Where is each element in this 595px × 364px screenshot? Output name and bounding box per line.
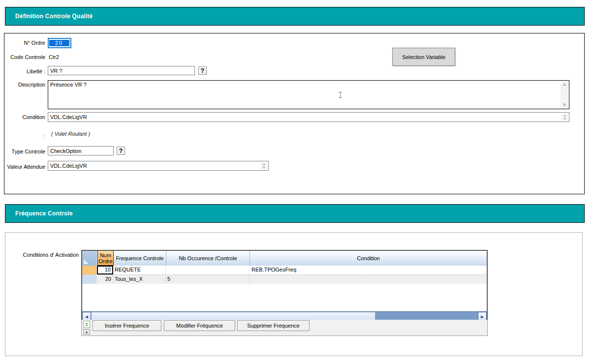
column-header-condition[interactable]: Condition [250, 251, 487, 266]
selection-variable-button[interactable]: Selection Variable [392, 48, 455, 66]
condition-label: Condition [0, 114, 45, 120]
valeur-attendue-value: VDL.CdeLigVR [50, 163, 87, 169]
dot-label: . [0, 131, 45, 137]
application-window: Définition Controle Qualité N° Ordre 20 … [0, 0, 595, 364]
cell-frequence[interactable]: REQUETE [113, 266, 166, 274]
scroll-down-icon[interactable]: ▼ [563, 103, 567, 107]
table-row[interactable]: 20 Tous_les_X 5 [82, 274, 487, 284]
libelle-label: Libellé : [0, 68, 45, 74]
scroll-up-icon[interactable]: ▲ [563, 82, 567, 87]
spinner-down-icon[interactable]: ▼ [262, 166, 266, 169]
supprimer-frequence-button[interactable]: Supprimer Frequence [237, 320, 310, 331]
table-corner-cell[interactable] [82, 251, 97, 266]
cell-frequence[interactable]: Tous_les_X [113, 275, 166, 284]
valeur-attendue-label: Valeur Attendue [0, 164, 45, 170]
cell-nb-occurence[interactable] [166, 266, 250, 274]
cell-num-ordre[interactable]: 20 [97, 275, 113, 284]
type-controle-value: CheckOption [50, 148, 82, 154]
table-zoom-icon[interactable]: z [83, 321, 90, 328]
condition-input[interactable]: VDL.CdeLigVR ▲ ▼ [48, 112, 569, 122]
modifier-frequence-button[interactable]: Modifier Fréquence [164, 320, 235, 331]
table-empty-area [82, 284, 487, 311]
section-title: Fréquence Controle [15, 210, 73, 217]
libelle-input[interactable]: VR ? [48, 66, 195, 75]
num-ordre-label: N° Ordre [0, 40, 45, 46]
text-caret [69, 40, 70, 46]
inserer-frequence-button[interactable]: Insérer Frequence [93, 320, 161, 331]
row-selector[interactable] [82, 266, 97, 274]
column-header-num-ordre[interactable]: Num Ordre [97, 251, 114, 266]
description-scrollbar[interactable]: ▲ ▼ [561, 81, 568, 108]
text-cursor-icon [338, 91, 343, 98]
description-value: Présence VR ? [50, 82, 87, 88]
collapse-up-icon[interactable]: ▲ [83, 329, 90, 334]
section-header-frequence: Fréquence Controle [5, 204, 585, 223]
section-header-definition: Définition Controle Qualité [5, 7, 585, 26]
spinner-up-icon[interactable]: ▲ [563, 114, 566, 117]
cell-condition[interactable] [250, 275, 487, 284]
description-textarea[interactable]: Présence VR ? ▲ ▼ [48, 80, 569, 109]
valeur-attendue-input[interactable]: VDL.CdeLigVR ▲ ▼ [48, 161, 269, 171]
num-ordre-input[interactable]: 20 [48, 38, 71, 48]
corner-triangle-icon [84, 259, 89, 264]
type-controle-label: Type Controle [0, 149, 45, 154]
conditions-activation-label: Conditions d' Activation [0, 252, 79, 258]
description-label: Description [0, 82, 45, 88]
frequence-table: Num Ordre Frequence Controle Nb Occurenc… [81, 250, 488, 322]
condition-spinner[interactable]: ▲ ▼ [562, 114, 568, 121]
table-row[interactable]: 10 REQUETE REB.TPOGesFreq [82, 266, 487, 274]
type-controle-input[interactable]: CheckOption [48, 146, 114, 155]
code-controle-label: Code Controle [0, 54, 45, 60]
section-title: Définition Controle Qualité [15, 13, 93, 20]
column-header-nb-occurence[interactable]: Nb Occurence /Controle [166, 251, 250, 266]
spinner-down-icon[interactable]: ▼ [563, 117, 566, 121]
cell-nb-occurence[interactable]: 5 [166, 275, 250, 284]
type-controle-help-button[interactable]: ? [117, 147, 125, 155]
cell-num-ordre-selected[interactable]: 10 [97, 266, 113, 274]
libelle-value: VR ? [50, 68, 62, 74]
selected-text: 20 [49, 40, 69, 46]
condition-value: VDL.CdeLigVR [50, 114, 87, 120]
valeur-attendue-spinner[interactable]: ▲ ▼ [261, 162, 267, 169]
column-header-frequence[interactable]: Frequence Controle [114, 251, 166, 266]
cell-condition[interactable]: REB.TPOGesFreq [250, 266, 487, 274]
libelle-help-button[interactable]: ? [198, 66, 207, 75]
row-selector[interactable] [82, 275, 97, 284]
code-controle-value: Ctr2 [49, 54, 59, 60]
table-header-row: Num Ordre Frequence Controle Nb Occurenc… [82, 251, 487, 266]
volet-roulant-note: ( Volet Roulant ) [51, 131, 90, 137]
spinner-up-icon[interactable]: ▲ [262, 162, 266, 166]
